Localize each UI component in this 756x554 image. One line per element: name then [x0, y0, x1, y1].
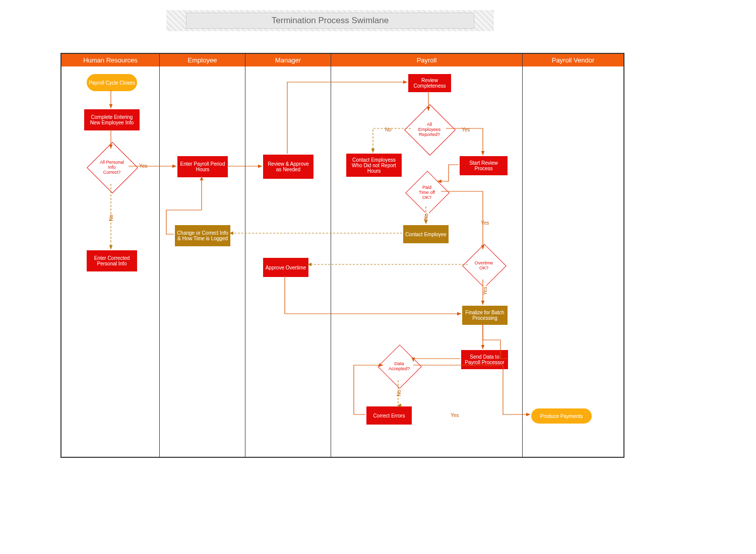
node-start: Payroll Cycle Closes [87, 74, 137, 91]
node-complete-info: Complete Entering New Employee Info [84, 109, 140, 130]
label-yes-2: Yes [461, 127, 471, 132]
lane-header-manager: Manager [245, 54, 331, 66]
label-no-4: No [396, 389, 402, 397]
node-enter-hours: Enter Payroll Period Hours [177, 156, 228, 177]
lane-body-vendor [523, 66, 623, 457]
node-send-data: Send Data to Payroll Processor [461, 350, 508, 369]
node-pto-ok: Paid Time off OK? [412, 177, 442, 207]
label-yes-1: Yes [138, 163, 148, 169]
lane-header-payroll: Payroll [331, 54, 523, 66]
label-yes-3: Yes [480, 220, 490, 226]
node-start-review: Start Review Process [460, 156, 508, 175]
diagram-title: Termination Process Swimlane [186, 13, 474, 29]
label-no-1: No [108, 214, 114, 222]
node-review-approve: Review & Approve as Needed [263, 155, 313, 179]
node-contact-emp: Contact Employee [403, 225, 449, 243]
node-correct-errors: Correct Errors [366, 406, 412, 425]
node-approve-ot: Approve Overtime [263, 258, 308, 277]
node-all-reported: All Employees Reported? [412, 112, 447, 147]
node-ot-ok: Overtime OK? [469, 250, 499, 281]
node-data-accepted: Data Accepted? [384, 351, 414, 381]
lane-header-vendor: Payroll Vendor [523, 54, 623, 66]
node-personal-correct: All Personal Info Correct? [94, 150, 130, 185]
label-yes-5: Yes [450, 412, 460, 418]
label-yes-4: Yes [482, 286, 488, 296]
node-produce: Produce Payments [531, 408, 592, 424]
node-contact-noreport: Contact Employess Who Did not Report Hou… [346, 154, 402, 177]
node-review-complete: Review Completeness [408, 74, 451, 92]
node-corrected-info: Enter Corrected Personal Info [87, 250, 137, 271]
swimlane-container: Human Resources Employee Manager Payroll… [60, 53, 624, 458]
node-finalize: Finalize for Batch Processing [462, 306, 508, 325]
lane-header-employee: Employee [160, 54, 245, 66]
label-no-2: No [384, 127, 393, 132]
node-change-correct: Change or Correct Info & How Time is Log… [175, 225, 230, 246]
label-no-3: No [423, 213, 429, 221]
diagram-title-bar: Termination Process Swimlane [166, 10, 494, 31]
lane-body-employee [160, 66, 245, 457]
lane-header-hr: Human Resources [61, 54, 160, 66]
